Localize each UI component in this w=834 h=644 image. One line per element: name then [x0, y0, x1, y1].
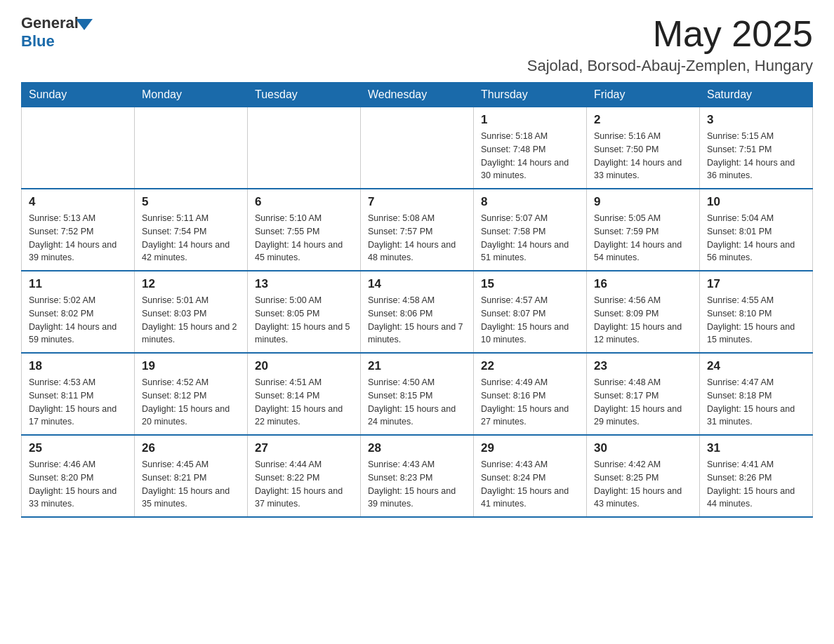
calendar-cell: 2Sunrise: 5:16 AM Sunset: 7:50 PM Daylig… [587, 107, 700, 189]
page-header: General Blue May 2025 Sajolad, Borsod-Ab… [21, 14, 813, 75]
day-number: 28 [368, 441, 466, 455]
day-number: 23 [594, 359, 692, 373]
calendar-cell: 27Sunrise: 4:44 AM Sunset: 8:22 PM Dayli… [248, 435, 361, 517]
day-number: 18 [29, 359, 127, 373]
header-thursday: Thursday [474, 83, 587, 107]
day-info: Sunrise: 5:10 AM Sunset: 7:55 PM Dayligh… [255, 212, 353, 264]
calendar-week-3: 11Sunrise: 5:02 AM Sunset: 8:02 PM Dayli… [22, 271, 813, 353]
logo-general: General [21, 14, 79, 32]
calendar-cell: 4Sunrise: 5:13 AM Sunset: 7:52 PM Daylig… [22, 189, 135, 271]
day-info: Sunrise: 4:58 AM Sunset: 8:06 PM Dayligh… [368, 294, 466, 347]
month-title: May 2025 [527, 14, 813, 54]
calendar-cell: 26Sunrise: 4:45 AM Sunset: 8:21 PM Dayli… [135, 435, 248, 517]
calendar-cell: 30Sunrise: 4:42 AM Sunset: 8:25 PM Dayli… [587, 435, 700, 517]
calendar-cell: 3Sunrise: 5:15 AM Sunset: 7:51 PM Daylig… [700, 107, 813, 189]
calendar-cell: 9Sunrise: 5:05 AM Sunset: 7:59 PM Daylig… [587, 189, 700, 271]
day-info: Sunrise: 5:07 AM Sunset: 7:58 PM Dayligh… [481, 212, 579, 264]
day-number: 1 [481, 113, 579, 127]
day-number: 25 [29, 441, 127, 455]
day-number: 12 [142, 277, 240, 291]
day-info: Sunrise: 4:52 AM Sunset: 8:12 PM Dayligh… [142, 376, 240, 429]
day-info: Sunrise: 5:02 AM Sunset: 8:02 PM Dayligh… [29, 294, 127, 347]
day-info: Sunrise: 4:49 AM Sunset: 8:16 PM Dayligh… [481, 376, 579, 429]
title-section: May 2025 Sajolad, Borsod-Abauj-Zemplen, … [527, 14, 813, 75]
day-number: 22 [481, 359, 579, 373]
day-number: 20 [255, 359, 353, 373]
calendar-cell: 1Sunrise: 5:18 AM Sunset: 7:48 PM Daylig… [474, 107, 587, 189]
calendar-cell: 8Sunrise: 5:07 AM Sunset: 7:58 PM Daylig… [474, 189, 587, 271]
logo: General Blue [21, 14, 93, 51]
calendar-cell: 12Sunrise: 5:01 AM Sunset: 8:03 PM Dayli… [135, 271, 248, 353]
day-info: Sunrise: 4:44 AM Sunset: 8:22 PM Dayligh… [255, 458, 353, 511]
day-info: Sunrise: 4:47 AM Sunset: 8:18 PM Dayligh… [707, 376, 805, 429]
day-number: 31 [707, 441, 805, 455]
day-number: 16 [594, 277, 692, 291]
calendar-cell: 11Sunrise: 5:02 AM Sunset: 8:02 PM Dayli… [22, 271, 135, 353]
calendar-cell: 17Sunrise: 4:55 AM Sunset: 8:10 PM Dayli… [700, 271, 813, 353]
calendar-week-1: 1Sunrise: 5:18 AM Sunset: 7:48 PM Daylig… [22, 107, 813, 189]
day-number: 3 [707, 113, 805, 127]
day-number: 7 [368, 195, 466, 209]
day-number: 19 [142, 359, 240, 373]
day-info: Sunrise: 5:08 AM Sunset: 7:57 PM Dayligh… [368, 212, 466, 264]
day-info: Sunrise: 4:41 AM Sunset: 8:26 PM Dayligh… [707, 458, 805, 511]
day-info: Sunrise: 5:15 AM Sunset: 7:51 PM Dayligh… [707, 130, 805, 182]
day-info: Sunrise: 5:05 AM Sunset: 7:59 PM Dayligh… [594, 212, 692, 264]
header-monday: Monday [135, 83, 248, 107]
header-sunday: Sunday [22, 83, 135, 107]
logo-blue: Blue [21, 32, 55, 51]
day-number: 5 [142, 195, 240, 209]
calendar-cell: 31Sunrise: 4:41 AM Sunset: 8:26 PM Dayli… [700, 435, 813, 517]
day-info: Sunrise: 4:56 AM Sunset: 8:09 PM Dayligh… [594, 294, 692, 347]
day-number: 29 [481, 441, 579, 455]
day-number: 6 [255, 195, 353, 209]
day-info: Sunrise: 4:50 AM Sunset: 8:15 PM Dayligh… [368, 376, 466, 429]
day-info: Sunrise: 4:55 AM Sunset: 8:10 PM Dayligh… [707, 294, 805, 347]
day-info: Sunrise: 4:43 AM Sunset: 8:23 PM Dayligh… [368, 458, 466, 511]
day-number: 10 [707, 195, 805, 209]
calendar-cell: 5Sunrise: 5:11 AM Sunset: 7:54 PM Daylig… [135, 189, 248, 271]
header-wednesday: Wednesday [361, 83, 474, 107]
day-number: 4 [29, 195, 127, 209]
calendar-cell: 7Sunrise: 5:08 AM Sunset: 7:57 PM Daylig… [361, 189, 474, 271]
day-info: Sunrise: 4:42 AM Sunset: 8:25 PM Dayligh… [594, 458, 692, 511]
day-number: 24 [707, 359, 805, 373]
calendar-cell: 6Sunrise: 5:10 AM Sunset: 7:55 PM Daylig… [248, 189, 361, 271]
calendar-cell [22, 107, 135, 189]
day-number: 9 [594, 195, 692, 209]
day-info: Sunrise: 4:53 AM Sunset: 8:11 PM Dayligh… [29, 376, 127, 429]
calendar-cell: 24Sunrise: 4:47 AM Sunset: 8:18 PM Dayli… [700, 353, 813, 435]
day-info: Sunrise: 5:01 AM Sunset: 8:03 PM Dayligh… [142, 294, 240, 347]
calendar-cell [248, 107, 361, 189]
calendar-cell: 21Sunrise: 4:50 AM Sunset: 8:15 PM Dayli… [361, 353, 474, 435]
day-info: Sunrise: 5:04 AM Sunset: 8:01 PM Dayligh… [707, 212, 805, 264]
day-info: Sunrise: 5:11 AM Sunset: 7:54 PM Dayligh… [142, 212, 240, 264]
day-number: 8 [481, 195, 579, 209]
calendar-cell: 25Sunrise: 4:46 AM Sunset: 8:20 PM Dayli… [22, 435, 135, 517]
day-info: Sunrise: 4:51 AM Sunset: 8:14 PM Dayligh… [255, 376, 353, 429]
calendar-cell: 16Sunrise: 4:56 AM Sunset: 8:09 PM Dayli… [587, 271, 700, 353]
calendar-week-4: 18Sunrise: 4:53 AM Sunset: 8:11 PM Dayli… [22, 353, 813, 435]
calendar-cell: 28Sunrise: 4:43 AM Sunset: 8:23 PM Dayli… [361, 435, 474, 517]
day-number: 17 [707, 277, 805, 291]
header-tuesday: Tuesday [248, 83, 361, 107]
calendar-cell: 15Sunrise: 4:57 AM Sunset: 8:07 PM Dayli… [474, 271, 587, 353]
calendar-cell: 10Sunrise: 5:04 AM Sunset: 8:01 PM Dayli… [700, 189, 813, 271]
day-info: Sunrise: 4:48 AM Sunset: 8:17 PM Dayligh… [594, 376, 692, 429]
calendar-cell: 23Sunrise: 4:48 AM Sunset: 8:17 PM Dayli… [587, 353, 700, 435]
location-title: Sajolad, Borsod-Abauj-Zemplen, Hungary [527, 57, 813, 75]
day-number: 27 [255, 441, 353, 455]
day-info: Sunrise: 5:13 AM Sunset: 7:52 PM Dayligh… [29, 212, 127, 264]
calendar-cell: 18Sunrise: 4:53 AM Sunset: 8:11 PM Dayli… [22, 353, 135, 435]
calendar-cell [361, 107, 474, 189]
day-number: 26 [142, 441, 240, 455]
day-info: Sunrise: 5:16 AM Sunset: 7:50 PM Dayligh… [594, 130, 692, 182]
calendar-cell: 14Sunrise: 4:58 AM Sunset: 8:06 PM Dayli… [361, 271, 474, 353]
calendar-cell: 19Sunrise: 4:52 AM Sunset: 8:12 PM Dayli… [135, 353, 248, 435]
calendar-table: SundayMondayTuesdayWednesdayThursdayFrid… [21, 82, 813, 518]
calendar-week-5: 25Sunrise: 4:46 AM Sunset: 8:20 PM Dayli… [22, 435, 813, 517]
day-number: 21 [368, 359, 466, 373]
logo-triangle-icon [76, 19, 93, 30]
day-info: Sunrise: 4:46 AM Sunset: 8:20 PM Dayligh… [29, 458, 127, 511]
header-saturday: Saturday [700, 83, 813, 107]
